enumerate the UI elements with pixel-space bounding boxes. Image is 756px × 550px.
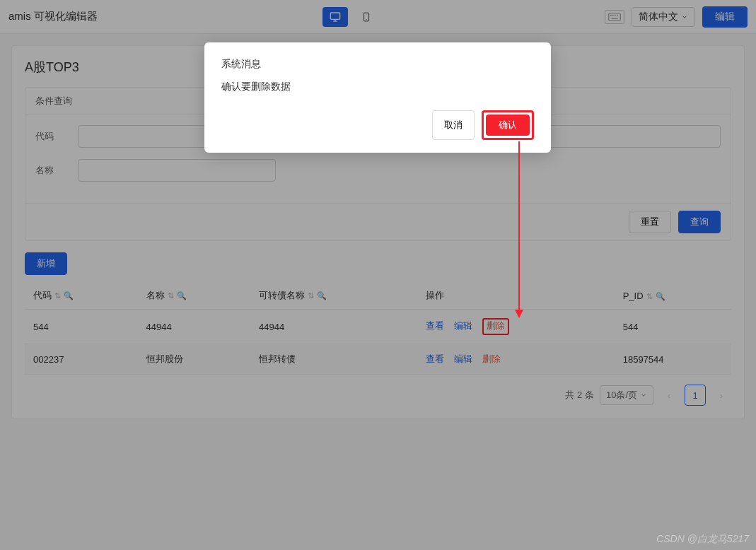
dialog-message: 确认要删除数据	[221, 81, 534, 93]
confirm-highlight: 确认	[482, 110, 534, 140]
watermark: CSDN @白龙马5217	[656, 533, 749, 546]
dialog-title: 系统消息	[221, 58, 534, 71]
cancel-button[interactable]: 取消	[432, 110, 475, 140]
dialog-actions: 取消 确认	[221, 110, 534, 140]
confirm-dialog: 系统消息 确认要删除数据 取消 确认	[204, 42, 551, 153]
confirm-button[interactable]: 确认	[486, 115, 530, 136]
